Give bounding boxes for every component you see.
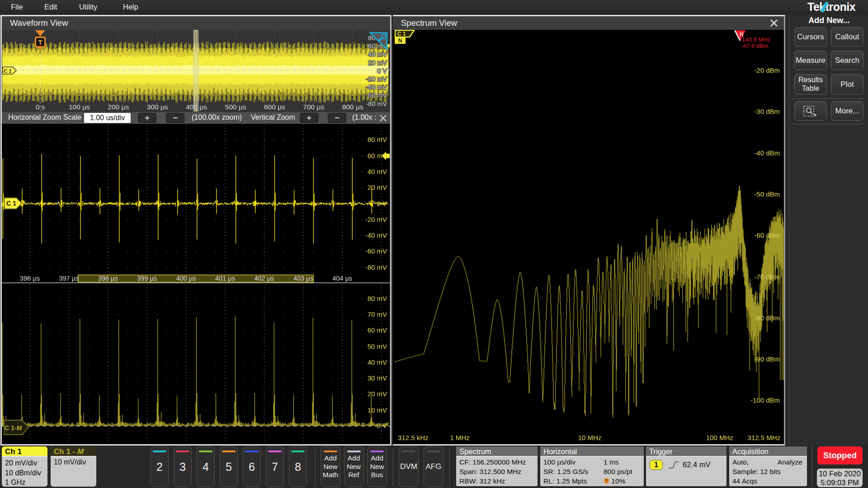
svg-text:80 mV: 80 mV [368, 136, 387, 143]
svg-text:-60 mV: -60 mV [366, 92, 387, 99]
svg-text:700 µs: 700 µs [303, 103, 324, 111]
svg-text:40 mV: 40 mV [368, 168, 387, 175]
svg-text:30 mV: 30 mV [368, 374, 387, 382]
svg-text:20 mV: 20 mV [368, 390, 387, 398]
svg-text:-100 dBm: -100 dBm [750, 396, 780, 404]
svg-text:40 mV: 40 mV [368, 358, 387, 366]
svg-text:396 µs: 396 µs [20, 275, 40, 282]
svg-text:-20 dBm: -20 dBm [754, 66, 780, 74]
svg-text:404 µs: 404 µs [332, 275, 352, 282]
svg-text:-60 dBm: -60 dBm [754, 231, 780, 239]
svg-text:400 µs: 400 µs [186, 103, 207, 111]
svg-text:T: T [605, 479, 608, 483]
svg-text:-90 dBm: -90 dBm [754, 355, 780, 363]
svg-text:C 1-M: C 1-M [5, 424, 22, 432]
svg-text:-20 mV: -20 mV [366, 75, 387, 83]
svg-text:20 mV: 20 mV [368, 59, 387, 66]
svg-text:60 mV: 60 mV [368, 326, 387, 334]
svg-text:-20 mV: -20 mV [365, 216, 387, 223]
svg-text:100 MHz: 100 MHz [706, 434, 733, 441]
svg-text:0 s: 0 s [36, 103, 45, 111]
svg-text:C 1: C 1 [397, 31, 406, 37]
svg-text:-50 dBm: -50 dBm [754, 190, 780, 198]
svg-text:500 µs: 500 µs [225, 103, 246, 111]
svg-text:200 µs: 200 µs [108, 103, 129, 111]
svg-text:401 µs: 401 µs [215, 275, 235, 282]
svg-text:-40 mV: -40 mV [366, 84, 387, 91]
svg-text:-30 dBm: -30 dBm [754, 108, 780, 115]
svg-text:-47.9 dBm: -47.9 dBm [741, 42, 768, 49]
svg-text:50 mV: 50 mV [368, 343, 387, 350]
svg-text:-40 mV: -40 mV [365, 231, 387, 239]
svg-text:399 µs: 399 µs [137, 275, 157, 282]
svg-text:C 1: C 1 [6, 200, 16, 207]
svg-text:20 mV: 20 mV [368, 183, 387, 191]
svg-text:0 V: 0 V [377, 67, 387, 75]
svg-text:600 µs: 600 µs [264, 103, 285, 111]
svg-text:-80 dBm: -80 dBm [754, 314, 780, 322]
svg-text:397 µs: 397 µs [59, 275, 79, 282]
svg-text:800 µs: 800 µs [342, 103, 363, 111]
svg-text:312.5 MHz: 312.5 MHz [747, 434, 780, 441]
svg-text:-40 dBm: -40 dBm [754, 149, 780, 157]
svg-text:10 mV: 10 mV [368, 406, 387, 414]
svg-text:100 µs: 100 µs [69, 103, 90, 111]
svg-text:N: N [398, 38, 402, 44]
svg-text:400 µs: 400 µs [176, 275, 196, 282]
svg-text:1 MHz: 1 MHz [450, 434, 469, 441]
svg-text:T: T [38, 38, 42, 46]
svg-text:-60 mV: -60 mV [365, 247, 387, 255]
svg-text:10 MHz: 10 MHz [578, 434, 602, 441]
svg-text:402 µs: 402 µs [254, 275, 274, 282]
svg-text:-70 dBm: -70 dBm [754, 273, 780, 281]
svg-text:143.9 MHz: 143.9 MHz [742, 36, 770, 43]
svg-text:312.5 kHz: 312.5 kHz [398, 434, 429, 441]
svg-text:300 µs: 300 µs [147, 103, 168, 111]
svg-text:-80 mV: -80 mV [365, 263, 387, 271]
svg-text:-80 mV: -80 mV [366, 100, 387, 108]
svg-text:403 µs: 403 µs [293, 275, 313, 282]
svg-text:0 V: 0 V [377, 200, 387, 207]
svg-text:40 mV: 40 mV [368, 51, 387, 58]
svg-text:70 mV: 70 mV [368, 310, 387, 318]
svg-text:398 µs: 398 µs [98, 275, 118, 282]
svg-text:C 1: C 1 [4, 68, 11, 74]
svg-text:80 mV: 80 mV [368, 295, 387, 302]
svg-text:0 V: 0 V [377, 422, 387, 429]
